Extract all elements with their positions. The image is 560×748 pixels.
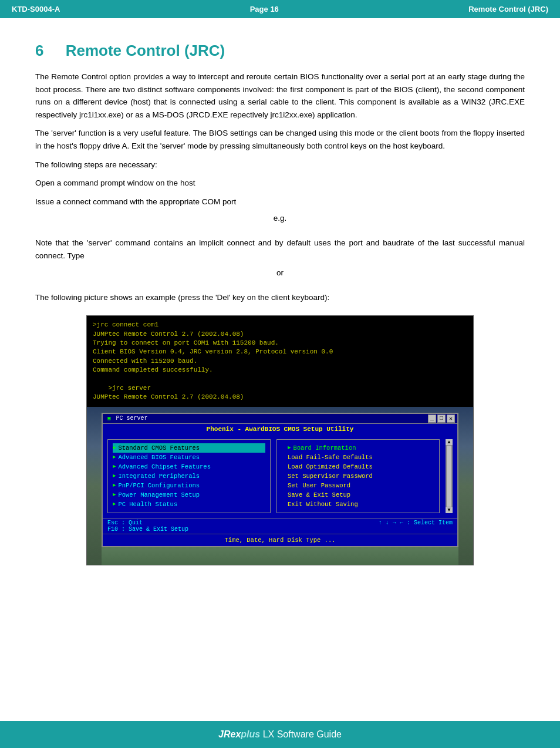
terminal-line-6: Command completed successfully. (93, 366, 467, 375)
arrow-icon: ► (113, 445, 116, 451)
paragraph-1: The Remote Control option provides a way… (35, 70, 525, 121)
menu-item-label: Load Fail-Safe Defaults (288, 454, 373, 461)
chapter-title-text: Remote Control (JRC) (66, 42, 225, 59)
menu-item-label: Integrated Peripherals (118, 473, 200, 480)
menu-item-label: Standard CMOS Features (118, 444, 200, 452)
bios-title-bar: Phoenix - AwardBIOS CMOS Setup Utility (103, 424, 457, 434)
menu-item-label: Set Supervisor Password (288, 473, 373, 480)
terminal-line-7 (93, 375, 467, 383)
paragraph-or: or (35, 268, 525, 277)
bios-menu-area: ► Standard CMOS Features ► Advanced BIOS… (103, 434, 457, 518)
bios-menu-item-optimized[interactable]: Load Optimized Defaults (282, 462, 434, 471)
paragraph-3: The following steps are necessary: (35, 159, 525, 171)
landscape-bottom (102, 547, 458, 565)
arrow-icon: ► (113, 473, 116, 479)
bios-window: ▣ PC server _ □ ✕ Phoenix - AwardBIOS CM… (102, 413, 458, 547)
bios-status-save: F10 : Save & Exit Setup (107, 526, 188, 533)
bios-menu-item-power[interactable]: ► Power Management Setup (113, 490, 265, 500)
bios-status-quit: Esc : Quit (107, 520, 143, 526)
terminal-line-8: >jrc server (93, 384, 467, 393)
terminal-section: >jrc connect com1 JUMPtec Remote Control… (87, 316, 473, 407)
paragraph-eg: e.g. (35, 214, 525, 223)
menu-item-label: Advanced Chipset Features (118, 463, 211, 470)
bios-status-select: ↑ ↓ → ← : Select Item (379, 520, 453, 533)
scroll-up-arrow[interactable]: ▲ (446, 439, 453, 445)
arrow-icon: ► (113, 483, 116, 488)
maximize-button[interactable]: □ (437, 415, 446, 423)
page-footer: JRexplus LX Software Guide (0, 721, 560, 748)
close-button[interactable]: ✕ (447, 415, 455, 423)
bios-menu-item-advanced-chipset[interactable]: ► Advanced Chipset Features (113, 462, 265, 471)
footer-brand: JRexplus LX Software Guide (218, 729, 342, 739)
bios-menu-item-exit-nosave[interactable]: Exit Without Saving (282, 500, 434, 509)
bios-window-title: ▣ PC server (105, 415, 150, 422)
scroll-thumb (447, 446, 451, 507)
menu-item-label: Power Management Setup (118, 491, 200, 498)
bios-status-bar: Esc : Quit F10 : Save & Exit Setup ↑ ↓ →… (103, 518, 457, 534)
bios-menu-item-supervisor-pw[interactable]: Set Supervisor Password (282, 471, 434, 481)
bios-window-controls: _ □ ✕ (428, 415, 455, 423)
paragraph-2: The 'server' function is a very useful f… (35, 127, 525, 152)
arrow-icon: ► (113, 501, 116, 507)
menu-item-label: PnP/PCI Configurations (118, 482, 200, 489)
chapter-title: 6 Remote Control (JRC) (35, 42, 525, 60)
bios-menu-item-standard[interactable]: ► Standard CMOS Features (113, 443, 265, 453)
bios-menu-right: ► Board Information Load Fail-Safe Defau… (276, 439, 440, 513)
terminal-line-1: >jrc connect com1 (93, 321, 467, 329)
terminal-line-5: Connected with 115200 baud. (93, 357, 467, 366)
paragraph-5: Issue a connect command with the appropr… (35, 196, 525, 208)
arrow-icon: ► (288, 445, 291, 451)
header-right: Remote Control (JRC) (468, 5, 548, 14)
menu-item-label: PC Health Status (118, 501, 177, 508)
paragraph-4: Open a command prompt window on the host (35, 177, 525, 190)
paragraph-9: The following picture shows an example (… (35, 291, 525, 304)
page-header: KTD-S0004-A Page 16 Remote Control (JRC) (0, 0, 560, 18)
bios-window-titlebar: ▣ PC server _ □ ✕ (103, 414, 457, 424)
bios-menu-item-save-exit[interactable]: Save & Exit Setup (282, 490, 434, 500)
bios-bottom-bar: Time, Date, Hard Disk Type ... (103, 534, 457, 546)
arrow-icon: ► (113, 492, 116, 498)
bios-menu-item-board[interactable]: ► Board Information (282, 443, 434, 453)
minimize-button[interactable]: _ (428, 415, 436, 423)
terminal-line-3: Trying to connect on port COM1 with 1152… (93, 339, 467, 348)
terminal-line-9: JUMPtec Remote Control 2.7 (2002.04.08) (93, 393, 467, 402)
arrow-icon: ► (113, 454, 116, 460)
main-content: 6 Remote Control (JRC) The Remote Contro… (0, 18, 560, 721)
landscape-bg: ▣ PC server _ □ ✕ Phoenix - AwardBIOS CM… (87, 407, 473, 565)
menu-item-label: Advanced BIOS Features (118, 454, 200, 461)
bios-menu-item-advanced-bios[interactable]: ► Advanced BIOS Features (113, 453, 265, 462)
header-left: KTD-S0004-A (12, 5, 60, 14)
terminal-line-2: JUMPtec Remote Control 2.7 (2002.04.08) (93, 330, 467, 339)
scroll-down-arrow[interactable]: ▼ (446, 507, 453, 513)
bios-menu-left: ► Standard CMOS Features ► Advanced BIOS… (107, 439, 271, 513)
bios-scrollbar: ▲ ▼ (446, 439, 453, 513)
terminal-line-4: Client BIOS Version 0.4, JRC version 2.8… (93, 348, 467, 356)
bios-menu-item-user-pw[interactable]: Set User Password (282, 481, 434, 490)
menu-item-label: Set User Password (288, 482, 350, 489)
menu-item-label: Load Optimized Defaults (288, 463, 373, 470)
menu-item-label: Board Information (293, 444, 356, 452)
menu-item-label: Save & Exit Setup (288, 491, 350, 498)
chapter-number: 6 (35, 42, 43, 59)
paragraph-7: Note that the 'server' command contains … (35, 237, 525, 262)
bios-menu-item-health[interactable]: ► PC Health Status (113, 500, 265, 509)
bios-menu-item-pnp[interactable]: ► PnP/PCI Configurations (113, 481, 265, 490)
bios-menu-item-failsafe[interactable]: Load Fail-Safe Defaults (282, 453, 434, 462)
bios-menu-item-integrated[interactable]: ► Integrated Peripherals (113, 471, 265, 481)
menu-item-label: Exit Without Saving (288, 501, 358, 508)
screenshot-container: >jrc connect com1 JUMPtec Remote Control… (86, 315, 474, 565)
arrow-icon: ► (113, 464, 116, 470)
header-center: Page 16 (250, 5, 279, 14)
